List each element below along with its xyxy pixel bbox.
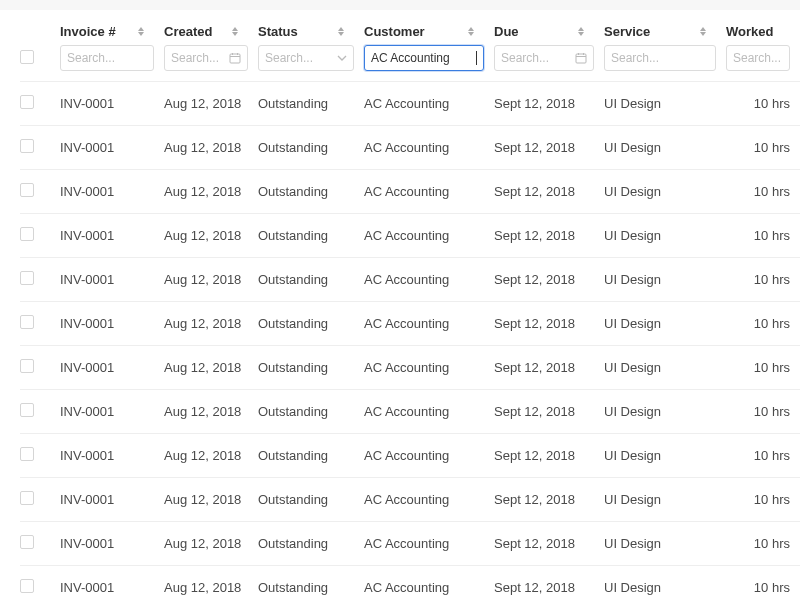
cell-status: Outstanding: [258, 126, 364, 170]
table-body: INV-0001Aug 12, 2018OutstandingAC Accoun…: [20, 82, 800, 601]
table-row[interactable]: INV-0001Aug 12, 2018OutstandingAC Accoun…: [20, 390, 800, 434]
invoice-table: Invoice # Created Status Customer: [20, 10, 800, 600]
filter-input-due[interactable]: [501, 51, 571, 65]
col-header-worked[interactable]: Worked: [726, 10, 800, 45]
filter-due[interactable]: [494, 45, 594, 71]
col-label: Service: [604, 24, 650, 39]
cell-worked: 10 hrs: [726, 82, 800, 126]
cell-due: Sept 12, 2018: [494, 258, 604, 302]
col-header-customer[interactable]: Customer: [364, 10, 494, 45]
cell-due: Sept 12, 2018: [494, 302, 604, 346]
col-label: Due: [494, 24, 519, 39]
row-checkbox[interactable]: [20, 491, 34, 505]
filter-input-worked[interactable]: [733, 51, 783, 65]
calendar-icon[interactable]: [575, 52, 587, 64]
cell-invoice: INV-0001: [60, 170, 164, 214]
cell-worked: 10 hrs: [726, 522, 800, 566]
cell-status: Outstanding: [258, 478, 364, 522]
cell-customer: AC Accounting: [364, 522, 494, 566]
cell-invoice: INV-0001: [60, 82, 164, 126]
filter-input-status[interactable]: [265, 51, 333, 65]
cell-customer: AC Accounting: [364, 566, 494, 601]
cell-created: Aug 12, 2018: [164, 302, 258, 346]
cell-created: Aug 12, 2018: [164, 258, 258, 302]
cell-worked: 10 hrs: [726, 126, 800, 170]
row-checkbox[interactable]: [20, 403, 34, 417]
filter-worked[interactable]: [726, 45, 790, 71]
cell-invoice: INV-0001: [60, 478, 164, 522]
filter-status[interactable]: [258, 45, 354, 71]
cell-status: Outstanding: [258, 258, 364, 302]
table-row[interactable]: INV-0001Aug 12, 2018OutstandingAC Accoun…: [20, 82, 800, 126]
row-checkbox[interactable]: [20, 95, 34, 109]
chevron-down-icon[interactable]: [337, 53, 347, 63]
cell-due: Sept 12, 2018: [494, 170, 604, 214]
filter-invoice[interactable]: [60, 45, 154, 71]
cell-service: UI Design: [604, 170, 726, 214]
row-checkbox[interactable]: [20, 183, 34, 197]
col-label: Worked: [726, 24, 773, 39]
col-header-created[interactable]: Created: [164, 10, 258, 45]
cell-due: Sept 12, 2018: [494, 214, 604, 258]
cell-customer: AC Accounting: [364, 390, 494, 434]
row-checkbox[interactable]: [20, 447, 34, 461]
table-row[interactable]: INV-0001Aug 12, 2018OutstandingAC Accoun…: [20, 258, 800, 302]
sort-icon[interactable]: [232, 27, 238, 36]
col-label: Status: [258, 24, 298, 39]
row-checkbox[interactable]: [20, 271, 34, 285]
col-header-service[interactable]: Service: [604, 10, 726, 45]
row-checkbox[interactable]: [20, 535, 34, 549]
filter-service[interactable]: [604, 45, 716, 71]
sort-icon[interactable]: [700, 27, 706, 36]
filter-input-invoice[interactable]: [67, 51, 147, 65]
cell-created: Aug 12, 2018: [164, 434, 258, 478]
cell-service: UI Design: [604, 434, 726, 478]
sort-icon[interactable]: [138, 27, 144, 36]
cell-service: UI Design: [604, 566, 726, 601]
table-row[interactable]: INV-0001Aug 12, 2018OutstandingAC Accoun…: [20, 566, 800, 601]
table-row[interactable]: INV-0001Aug 12, 2018OutstandingAC Accoun…: [20, 126, 800, 170]
table-row[interactable]: INV-0001Aug 12, 2018OutstandingAC Accoun…: [20, 522, 800, 566]
cell-created: Aug 12, 2018: [164, 478, 258, 522]
filter-input-service[interactable]: [611, 51, 709, 65]
col-header-invoice[interactable]: Invoice #: [60, 10, 164, 45]
cell-invoice: INV-0001: [60, 302, 164, 346]
filter-created[interactable]: [164, 45, 248, 71]
cell-status: Outstanding: [258, 82, 364, 126]
cell-invoice: INV-0001: [60, 126, 164, 170]
col-header-due[interactable]: Due: [494, 10, 604, 45]
table-row[interactable]: INV-0001Aug 12, 2018OutstandingAC Accoun…: [20, 434, 800, 478]
col-header-status[interactable]: Status: [258, 10, 364, 45]
row-checkbox[interactable]: [20, 139, 34, 153]
filter-customer[interactable]: [364, 45, 484, 71]
cell-due: Sept 12, 2018: [494, 390, 604, 434]
calendar-icon[interactable]: [229, 52, 241, 64]
cell-service: UI Design: [604, 478, 726, 522]
cell-invoice: INV-0001: [60, 522, 164, 566]
row-checkbox[interactable]: [20, 315, 34, 329]
cell-worked: 10 hrs: [726, 478, 800, 522]
table-row[interactable]: INV-0001Aug 12, 2018OutstandingAC Accoun…: [20, 478, 800, 522]
row-checkbox[interactable]: [20, 579, 34, 593]
sort-icon[interactable]: [338, 27, 344, 36]
cell-status: Outstanding: [258, 390, 364, 434]
cell-due: Sept 12, 2018: [494, 126, 604, 170]
col-label: Customer: [364, 24, 425, 39]
table-row[interactable]: INV-0001Aug 12, 2018OutstandingAC Accoun…: [20, 346, 800, 390]
sort-icon[interactable]: [578, 27, 584, 36]
filter-input-created[interactable]: [171, 51, 225, 65]
row-checkbox[interactable]: [20, 227, 34, 241]
cell-status: Outstanding: [258, 302, 364, 346]
cell-worked: 10 hrs: [726, 566, 800, 601]
sort-icon[interactable]: [468, 27, 474, 36]
cell-created: Aug 12, 2018: [164, 390, 258, 434]
table-row[interactable]: INV-0001Aug 12, 2018OutstandingAC Accoun…: [20, 170, 800, 214]
cell-status: Outstanding: [258, 214, 364, 258]
filter-input-customer[interactable]: [371, 51, 475, 65]
row-checkbox[interactable]: [20, 359, 34, 373]
select-all-checkbox[interactable]: [20, 50, 34, 64]
cell-worked: 10 hrs: [726, 390, 800, 434]
table-row[interactable]: INV-0001Aug 12, 2018OutstandingAC Accoun…: [20, 302, 800, 346]
cell-created: Aug 12, 2018: [164, 170, 258, 214]
table-row[interactable]: INV-0001Aug 12, 2018OutstandingAC Accoun…: [20, 214, 800, 258]
